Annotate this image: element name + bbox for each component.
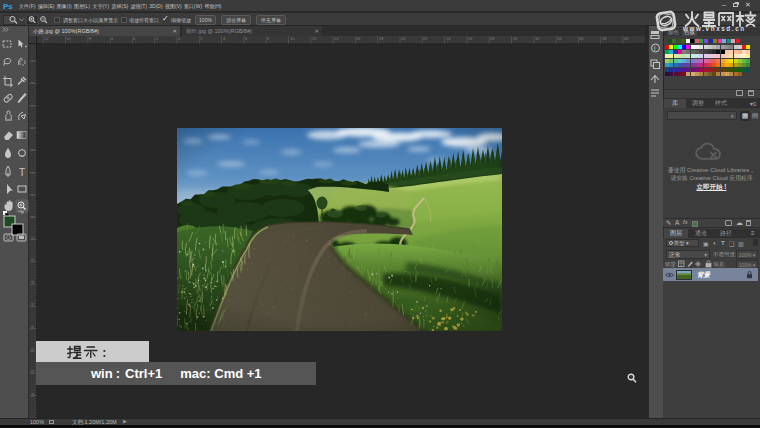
- svg-text:i: i: [654, 45, 655, 52]
- svg-text:T: T: [19, 167, 25, 178]
